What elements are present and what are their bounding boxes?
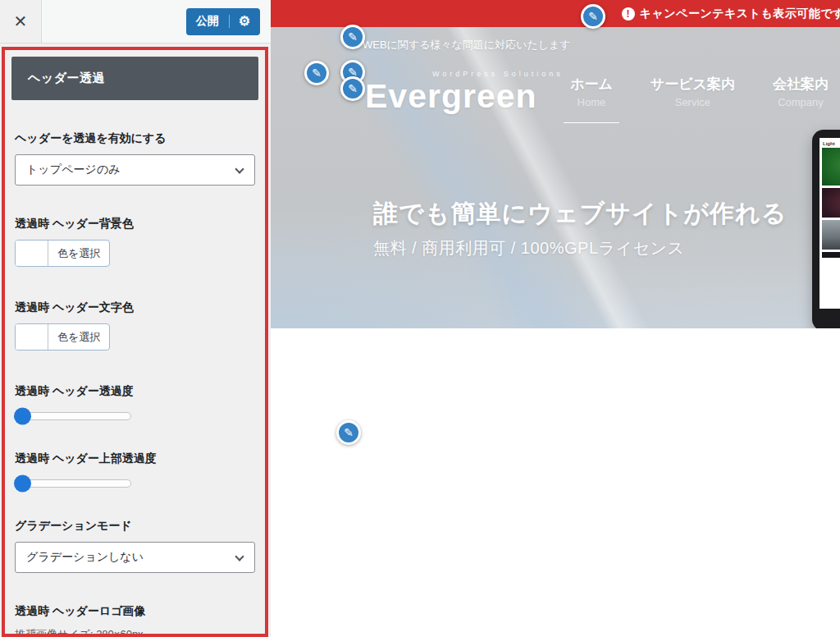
main-navigation: ホーム Home サービス案内 Service 会社案内 Company: [570, 75, 829, 123]
edit-pencil-icon-header[interactable]: ✎: [304, 61, 329, 85]
site-preview: ! キャンペーンテキストも表示可能です WEBに関する様々な問題に対応いたします…: [271, 0, 840, 637]
field-transparent-logo: 透過時 ヘッダーロゴ画像 推奨画像サイズ: 280×60px: [15, 604, 255, 637]
slider-thumb[interactable]: [14, 408, 31, 425]
transparent-logo-description: 推奨画像サイズ: 280×60px: [15, 627, 255, 637]
phone-plant-image: [822, 148, 840, 186]
field-enable-transparency: ヘッダーを透過を有効にする トップページのみ: [15, 131, 255, 186]
field-text-color: 透過時 ヘッダー文字色 色を選択: [15, 300, 255, 353]
customizer-sidebar: ✕ 公開 ⚙ ヘッダー透過 ヘッダーを透過を有効にする トップページのみ 透過時…: [0, 0, 271, 637]
gradient-mode-label: グラデーションモード: [15, 519, 255, 534]
field-header-opacity: 透過時 ヘッダー透過度: [15, 384, 255, 420]
phone-people-image: [822, 220, 840, 250]
nav-item-service[interactable]: サービス案内 Service: [651, 75, 735, 123]
header-top-opacity-label: 透過時 ヘッダー上部透過度: [15, 451, 255, 466]
enable-transparency-value: トップページのみ: [26, 163, 120, 177]
hero-title: 誰でも簡単にウェブサイトが作れる: [373, 197, 787, 231]
phone-mockup: Light: [812, 130, 840, 331]
bg-color-picker-button[interactable]: 色を選択: [15, 240, 110, 267]
nav-label: サービス案内: [651, 75, 735, 94]
transparent-logo-label: 透過時 ヘッダーロゴ画像: [15, 604, 255, 619]
edit-pencil-icon-logo2[interactable]: ✎: [340, 76, 365, 101]
site-logo[interactable]: WordPress Solutions Evergreen: [365, 70, 564, 113]
field-gradient-mode: グラデーションモード グラデーションしない: [15, 519, 255, 573]
publish-settings-gear-icon[interactable]: ⚙: [229, 15, 250, 28]
phone-footer-bar: [822, 252, 840, 258]
bg-color-swatch: [16, 241, 48, 266]
campaign-text: キャンペーンテキストも表示可能です: [640, 7, 840, 21]
nav-label: 会社案内: [773, 75, 829, 94]
enable-transparency-label: ヘッダーを透過を有効にする: [15, 131, 255, 146]
header-transparency-panel: ヘッダー透過 ヘッダーを透過を有効にする トップページのみ 透過時 ヘッダー背景…: [2, 47, 268, 637]
text-color-button-label: 色を選択: [48, 324, 109, 350]
nav-sublabel: Home: [570, 96, 613, 108]
field-bg-color: 透過時 ヘッダー背景色 色を選択: [15, 217, 255, 269]
text-color-label: 透過時 ヘッダー文字色: [15, 300, 255, 315]
bg-color-label: 透過時 ヘッダー背景色: [15, 217, 255, 231]
wordpress-customizer: ✕ 公開 ⚙ ヘッダー透過 ヘッダーを透過を有効にする トップページのみ 透過時…: [0, 0, 840, 637]
nav-sublabel: Company: [773, 96, 829, 108]
edit-pencil-icon-content[interactable]: ✎: [336, 420, 361, 445]
logo-name: Evergreen: [365, 80, 564, 113]
edit-pencil-icon-campaign[interactable]: ✎: [581, 4, 605, 29]
text-color-swatch: [16, 324, 48, 350]
bg-color-button-label: 色を選択: [48, 241, 109, 266]
nav-sublabel: Service: [651, 96, 735, 108]
nav-item-home[interactable]: ホーム Home: [570, 75, 613, 123]
chevron-down-icon: [235, 164, 244, 173]
phone-dark-image: [822, 188, 840, 218]
field-header-top-opacity: 透過時 ヘッダー上部透過度: [15, 451, 255, 488]
campaign-bar: ! キャンペーンテキストも表示可能です: [271, 0, 840, 27]
header-opacity-label: 透過時 ヘッダー透過度: [15, 384, 255, 399]
hero-subtitle: 無料 / 商用利用可 / 100%GPLライセンス: [373, 237, 684, 259]
close-button[interactable]: ✕: [0, 0, 42, 43]
alert-icon: !: [622, 7, 635, 21]
slider-thumb[interactable]: [14, 475, 31, 493]
edit-pencil-icon-tagline[interactable]: ✎: [340, 25, 365, 49]
nav-item-company[interactable]: 会社案内 Company: [773, 75, 829, 123]
customizer-topbar: ✕ 公開 ⚙: [0, 0, 271, 44]
enable-transparency-select[interactable]: トップページのみ: [15, 154, 255, 186]
text-color-picker-button[interactable]: 色を選択: [15, 323, 110, 351]
header-top-opacity-slider[interactable]: [15, 479, 131, 488]
phone-screen-title: Light: [823, 141, 840, 146]
content-section: [271, 328, 840, 637]
topbar-spacer: [42, 0, 186, 43]
chevron-down-icon: [235, 552, 244, 561]
header-tagline: WEBに関する様々な問題に対応いたします: [363, 38, 571, 53]
section-title[interactable]: ヘッダー透過: [11, 57, 258, 100]
gradient-mode-value: グラデーションしない: [26, 550, 144, 565]
nav-label: ホーム: [570, 75, 613, 94]
publish-label: 公開: [196, 14, 219, 29]
header-opacity-slider[interactable]: [15, 412, 131, 420]
gradient-mode-select[interactable]: グラデーションしない: [15, 542, 255, 573]
publish-button[interactable]: 公開 ⚙: [186, 8, 260, 35]
publish-area: 公開 ⚙: [186, 0, 271, 43]
phone-screen: Light: [819, 138, 840, 309]
